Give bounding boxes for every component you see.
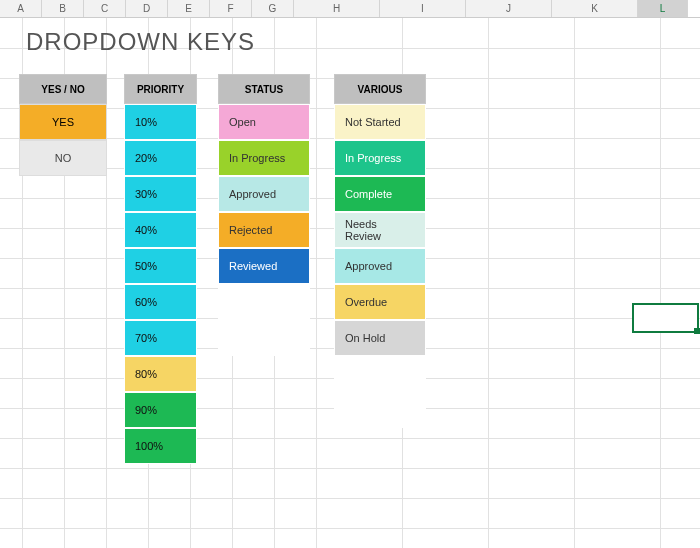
yesno-column: YES / NO YESNO	[19, 74, 107, 176]
col-header-l[interactable]: L	[638, 0, 688, 17]
priority-column: PRIORITY 10%20%30%40%50%60%70%80%90%100%	[124, 74, 197, 464]
priority-label: 20%	[135, 152, 157, 164]
status-cell[interactable]	[218, 320, 310, 356]
various-label: Approved	[345, 260, 392, 272]
priority-cell[interactable]: 70%	[124, 320, 197, 356]
selected-cell[interactable]	[632, 303, 699, 333]
priority-label: 30%	[135, 188, 157, 200]
priority-label: 70%	[135, 332, 157, 344]
various-cell[interactable]	[334, 356, 426, 392]
priority-cell[interactable]: 50%	[124, 248, 197, 284]
various-cell[interactable]: On Hold	[334, 320, 426, 356]
priority-label: 10%	[135, 116, 157, 128]
various-cell[interactable]: Not Started	[334, 104, 426, 140]
various-label: On Hold	[345, 332, 385, 344]
yesno-label: NO	[55, 152, 72, 164]
col-header-h[interactable]: H	[294, 0, 380, 17]
col-header-d[interactable]: D	[126, 0, 168, 17]
various-cell[interactable]: Approved	[334, 248, 426, 284]
status-cell[interactable]: Reviewed	[218, 248, 310, 284]
column-headers: ABCDEFGHIJKL	[0, 0, 700, 18]
col-header-g[interactable]: G	[252, 0, 294, 17]
col-header-e[interactable]: E	[168, 0, 210, 17]
priority-label: 40%	[135, 224, 157, 236]
yesno-label: YES	[52, 116, 74, 128]
priority-cell[interactable]: 80%	[124, 356, 197, 392]
status-cell[interactable]: Approved	[218, 176, 310, 212]
status-cell[interactable]: Rejected	[218, 212, 310, 248]
priority-header: PRIORITY	[124, 74, 197, 104]
priority-cell[interactable]: 100%	[124, 428, 197, 464]
various-label: In Progress	[345, 152, 401, 164]
priority-cell[interactable]: 90%	[124, 392, 197, 428]
col-header-j[interactable]: J	[466, 0, 552, 17]
yesno-header: YES / NO	[19, 74, 107, 104]
status-cell[interactable]: Open	[218, 104, 310, 140]
priority-label: 60%	[135, 296, 157, 308]
various-header: VARIOUS	[334, 74, 426, 104]
col-header-c[interactable]: C	[84, 0, 126, 17]
status-cell[interactable]: In Progress	[218, 140, 310, 176]
various-label: Not Started	[345, 116, 401, 128]
various-cell[interactable]: In Progress	[334, 140, 426, 176]
yesno-cell[interactable]: YES	[19, 104, 107, 140]
status-cell[interactable]	[218, 284, 310, 320]
priority-cell[interactable]: 40%	[124, 212, 197, 248]
various-column: VARIOUS Not StartedIn ProgressCompleteNe…	[334, 74, 426, 428]
status-label: Approved	[229, 188, 276, 200]
priority-cell[interactable]: 60%	[124, 284, 197, 320]
various-cell[interactable]: Overdue	[334, 284, 426, 320]
priority-label: 80%	[135, 368, 157, 380]
various-label: Complete	[345, 188, 392, 200]
page-title: DROPDOWN KEYS	[26, 28, 255, 56]
priority-cell[interactable]: 30%	[124, 176, 197, 212]
status-header: STATUS	[218, 74, 310, 104]
col-header-k[interactable]: K	[552, 0, 638, 17]
col-header-a[interactable]: A	[0, 0, 42, 17]
status-label: Rejected	[229, 224, 272, 236]
status-label: In Progress	[229, 152, 285, 164]
various-cell[interactable]: Needs Review	[334, 212, 426, 248]
various-label: Needs Review	[345, 218, 415, 242]
priority-label: 100%	[135, 440, 163, 452]
status-label: Open	[229, 116, 256, 128]
priority-label: 90%	[135, 404, 157, 416]
yesno-cell[interactable]: NO	[19, 140, 107, 176]
col-header-i[interactable]: I	[380, 0, 466, 17]
status-label: Reviewed	[229, 260, 277, 272]
priority-label: 50%	[135, 260, 157, 272]
col-header-b[interactable]: B	[42, 0, 84, 17]
col-header-f[interactable]: F	[210, 0, 252, 17]
priority-cell[interactable]: 20%	[124, 140, 197, 176]
status-column: STATUS OpenIn ProgressApprovedRejectedRe…	[218, 74, 310, 356]
various-cell[interactable]	[334, 392, 426, 428]
priority-cell[interactable]: 10%	[124, 104, 197, 140]
various-label: Overdue	[345, 296, 387, 308]
various-cell[interactable]: Complete	[334, 176, 426, 212]
